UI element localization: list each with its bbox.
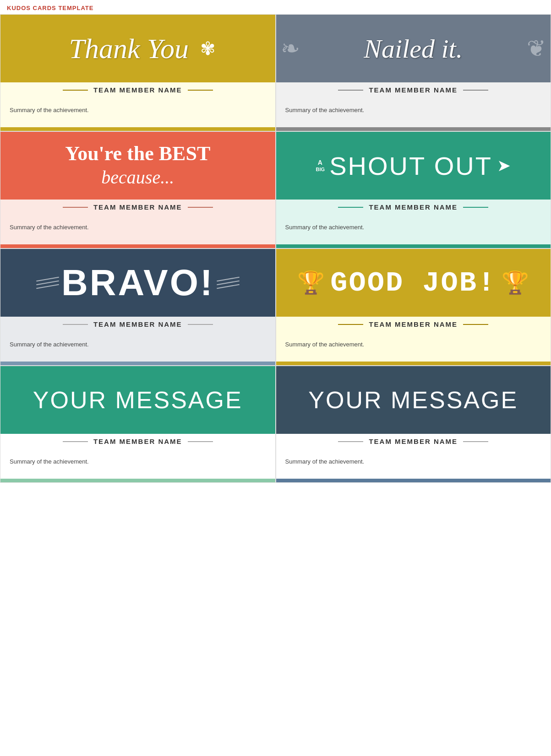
card-5-accent-bar <box>0 362 275 365</box>
card-4-team-name: TEAM MEMBER NAME <box>369 203 458 211</box>
cards-grid: Thank You ✾ TEAM MEMBER NAME Summary of … <box>0 14 551 483</box>
card-4-name-row: TEAM MEMBER NAME <box>276 200 551 215</box>
card-4-shout-inner: A BIG SHOUT OUT ➤ <box>307 151 520 181</box>
card-6-team-name: TEAM MEMBER NAME <box>369 320 458 328</box>
card-6-line-right <box>463 324 488 325</box>
card-6-name-row: TEAM MEMBER NAME <box>276 317 551 332</box>
card-3-accent-bar <box>0 244 275 248</box>
card-8-name-row: TEAM MEMBER NAME <box>276 434 551 449</box>
card-nailed-it: ❧ Nailed it. ❦ TEAM MEMBER NAME Summary … <box>276 14 551 131</box>
card-7-header: YOUR MESSAGE <box>0 366 275 434</box>
card-5-line-left <box>63 324 88 325</box>
card-1-line-right <box>188 90 213 91</box>
card-8-line-left <box>338 441 363 442</box>
card-1-name-row: TEAM MEMBER NAME <box>0 82 275 97</box>
card-2-floral-right: ❦ <box>527 35 546 62</box>
card-1-accent-bar <box>0 127 275 131</box>
card-8-header-text: YOUR MESSAGE <box>308 386 518 414</box>
card-3-summary: Summary of the achievement. <box>10 224 89 231</box>
card-7-header-text: YOUR MESSAGE <box>33 386 243 414</box>
card-6-text: GOOD JOB! <box>330 267 496 299</box>
card-4-arrow-icon: ➤ <box>497 156 511 175</box>
card-8-line-right <box>463 441 488 442</box>
card-5-bravo-text: BRAVO! <box>61 262 214 304</box>
card-5-bravo-inner: BRAVO! <box>36 262 240 304</box>
card-2-summary: Summary of the achievement. <box>285 107 365 113</box>
card-3-line-left <box>63 207 88 208</box>
card-5-name-row: TEAM MEMBER NAME <box>0 317 275 332</box>
card-5-deco-line-3 <box>36 284 59 289</box>
card-7-line-left <box>63 441 88 442</box>
card-3-header: You're the BEST because... <box>0 132 275 200</box>
card-5-summary: Summary of the achievement. <box>10 341 89 348</box>
card-your-message-green: YOUR MESSAGE TEAM MEMBER NAME Summary of… <box>0 366 276 483</box>
card-good-job: 🏆 GOOD JOB! 🏆 TEAM MEMBER NAME Summary o… <box>276 248 551 366</box>
card-6-body: Summary of the achievement. <box>276 332 551 362</box>
card-4-line-right <box>463 207 488 208</box>
card-your-message-dark: YOUR MESSAGE TEAM MEMBER NAME Summary of… <box>276 366 551 483</box>
card-6-accent-bar <box>276 362 551 365</box>
card-8-body: Summary of the achievement. <box>276 449 551 479</box>
card-4-line-left <box>338 207 363 208</box>
card-5-team-name: TEAM MEMBER NAME <box>93 320 182 328</box>
card-1-line-left <box>63 90 88 91</box>
card-6-header: 🏆 GOOD JOB! 🏆 <box>276 249 551 317</box>
card-5-deco-line-6 <box>217 284 240 289</box>
card-2-header-inner: ❧ Nailed it. ❦ <box>276 15 551 82</box>
card-2-floral-left: ❧ <box>281 35 300 62</box>
card-8-accent-bar <box>276 479 551 482</box>
card-8-summary: Summary of the achievement. <box>285 458 365 465</box>
card-4-big: BIG <box>316 167 325 172</box>
card-4-header: A BIG SHOUT OUT ➤ <box>276 132 551 200</box>
card-8-team-name: TEAM MEMBER NAME <box>369 437 458 445</box>
card-5-lines-right <box>217 279 240 287</box>
card-1-header: Thank You ✾ <box>0 15 275 82</box>
card-3-team-name: TEAM MEMBER NAME <box>93 203 182 211</box>
card-4-body: Summary of the achievement. <box>276 215 551 244</box>
card-youre-the-best: You're the BEST because... TEAM MEMBER N… <box>0 131 276 248</box>
card-1-header-icon: ✾ <box>200 38 216 59</box>
card-8-header: YOUR MESSAGE <box>276 366 551 434</box>
card-5-line-right <box>188 324 213 325</box>
card-2-header: ❧ Nailed it. ❦ <box>276 15 551 82</box>
card-3-header-text: You're the BEST because... <box>65 142 210 189</box>
card-3-line1: You're the BEST <box>65 142 210 165</box>
card-1-body: Summary of the achievement. <box>0 97 275 127</box>
card-6-summary: Summary of the achievement. <box>285 341 365 348</box>
card-1-header-text: Thank You <box>60 28 198 70</box>
card-5-body: Summary of the achievement. <box>0 332 275 362</box>
card-7-body: Summary of the achievement. <box>0 449 275 479</box>
card-4-accent-bar <box>276 244 551 248</box>
card-5-header: BRAVO! <box>0 249 275 317</box>
card-2-header-text: Nailed it. <box>364 33 463 64</box>
card-2-body: Summary of the achievement. <box>276 97 551 127</box>
card-7-line-right <box>188 441 213 442</box>
card-7-accent-bar <box>0 479 275 482</box>
card-2-line-left <box>338 90 363 91</box>
card-4-a-big: A BIG <box>316 159 325 172</box>
card-1-team-name: TEAM MEMBER NAME <box>93 86 182 94</box>
card-4-summary: Summary of the achievement. <box>285 224 365 231</box>
card-4-shout-text: SHOUT OUT <box>329 151 492 181</box>
card-bravo: BRAVO! TEAM MEMBER NAME Summary of the a… <box>0 248 276 366</box>
card-2-team-name: TEAM MEMBER NAME <box>369 86 458 94</box>
card-7-team-name: TEAM MEMBER NAME <box>93 437 182 445</box>
card-7-summary: Summary of the achievement. <box>10 458 89 465</box>
card-6-good-job-inner: 🏆 GOOD JOB! 🏆 <box>297 267 529 299</box>
card-thank-you: Thank You ✾ TEAM MEMBER NAME Summary of … <box>0 14 276 131</box>
card-3-body: Summary of the achievement. <box>0 215 275 244</box>
card-2-name-row: TEAM MEMBER NAME <box>276 82 551 97</box>
card-2-accent-bar <box>276 127 551 131</box>
card-1-summary: Summary of the achievement. <box>10 107 89 113</box>
card-3-name-row: TEAM MEMBER NAME <box>0 200 275 215</box>
card-6-trophy-left: 🏆 <box>297 270 325 296</box>
card-5-lines-left <box>36 279 59 287</box>
card-4-a: A <box>318 159 323 166</box>
card-6-trophy-right: 🏆 <box>502 270 529 296</box>
card-shout-out: A BIG SHOUT OUT ➤ TEAM MEMBER NAME Summa… <box>276 131 551 248</box>
card-7-name-row: TEAM MEMBER NAME <box>0 434 275 449</box>
card-2-line-right <box>463 90 488 91</box>
card-6-line-left <box>338 324 363 325</box>
card-3-line-right <box>188 207 213 208</box>
page-title-label: KUDOS CARDS TEMPLATE <box>0 0 551 14</box>
